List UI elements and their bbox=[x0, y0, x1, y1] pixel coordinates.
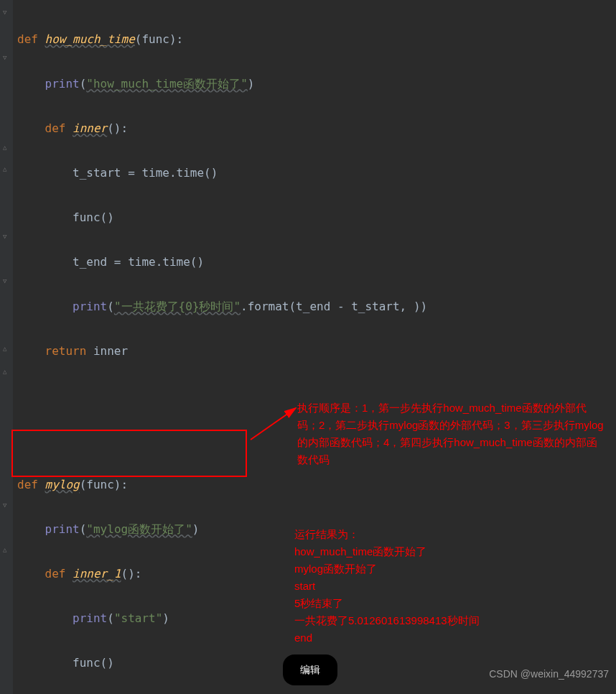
code-line: t_start = time.time() bbox=[17, 162, 427, 184]
watermark: CSDN @weixin_44992737 bbox=[489, 663, 609, 685]
fold-end-icon[interactable]: △ bbox=[3, 165, 10, 172]
code-line: print("一共花费了{0}秒时间".format(t_end - t_sta… bbox=[17, 295, 427, 318]
annotation-execution-order: 执行顺序是：1，第一步先执行how_much_time函数的外部代码；2，第二步… bbox=[297, 399, 606, 468]
fold-end-icon[interactable]: △ bbox=[3, 144, 10, 151]
fold-icon[interactable]: ▽ bbox=[3, 501, 10, 509]
fold-icon[interactable]: ▽ bbox=[3, 233, 10, 240]
annotation-results: 运行结果为： how_much_time函数开始了 mylog函数开始了 sta… bbox=[294, 526, 596, 647]
fold-end-icon[interactable]: △ bbox=[3, 368, 10, 375]
fold-icon[interactable]: ▽ bbox=[3, 54, 10, 61]
fold-icon[interactable]: ▽ bbox=[3, 9, 10, 16]
code-line: return inner bbox=[17, 340, 427, 362]
code-line: t_end = time.time() bbox=[17, 251, 427, 273]
code-line: def how_much_time(func): bbox=[17, 28, 427, 50]
edit-button[interactable]: 编辑 bbox=[283, 654, 337, 685]
code-line: print("how_much_time函数开始了") bbox=[17, 73, 427, 95]
fold-icon[interactable]: ▽ bbox=[3, 277, 10, 284]
fold-end-icon[interactable]: △ bbox=[3, 546, 10, 553]
code-line: func() bbox=[17, 206, 427, 228]
code-line: def inner(): bbox=[17, 117, 427, 139]
highlight-box bbox=[11, 430, 247, 477]
code-line: func() bbox=[17, 652, 427, 674]
gutter: ▽ ▽ △ △ ▽ ▽ △ △ ▽ △ bbox=[0, 0, 13, 694]
fold-end-icon[interactable]: △ bbox=[3, 345, 10, 352]
